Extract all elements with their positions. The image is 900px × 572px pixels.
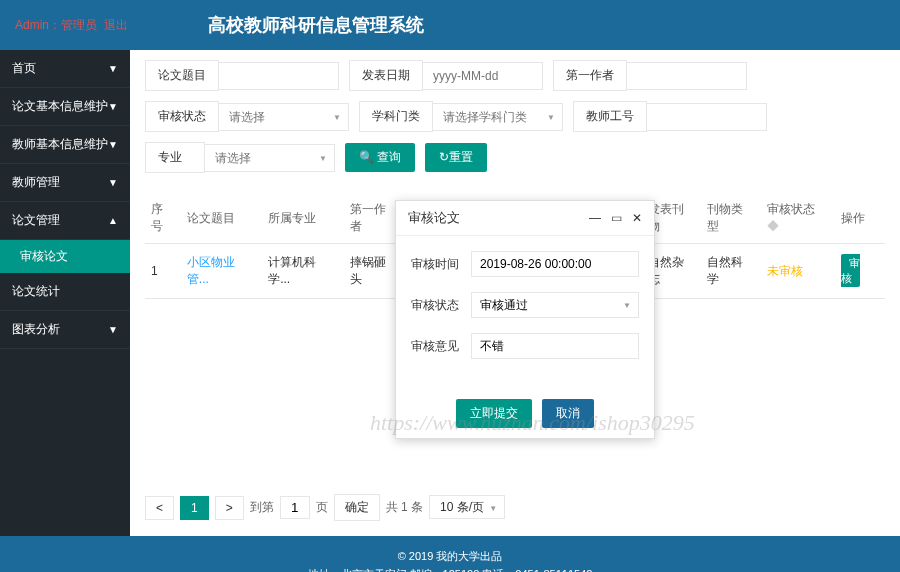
cell-major: 计算机科学... [262,244,343,299]
chevron-down-icon: ▼ [108,101,118,112]
th-journal-type: 刊物类型 [701,193,761,244]
modal-title: 审核论文 [408,209,460,227]
menu-chart-analysis[interactable]: 图表分析▼ [0,311,130,349]
title-input[interactable] [219,62,339,90]
teacher-id-label: 教师工号 [573,101,647,132]
app-title: 高校教师科研信息管理系统 [208,13,424,37]
admin-label: Admin：管理员 [15,18,97,32]
logout-link[interactable]: 退出 [104,18,128,32]
subject-label: 学科门类 [359,101,433,132]
page-unit: 页 [316,499,328,516]
chevron-down-icon: ▼ [108,139,118,150]
header: Admin：管理员 退出 高校教师科研信息管理系统 [0,0,900,50]
chevron-down-icon: ▼ [108,63,118,74]
page-input[interactable] [280,496,310,519]
audit-button[interactable]: 审核 [841,254,860,287]
refresh-icon: ↻ [439,150,449,164]
cell-seq: 1 [145,244,181,299]
admin-info: Admin：管理员 退出 [15,17,128,34]
menu-paper-mgmt[interactable]: 论文管理▲ [0,202,130,240]
th-title: 论文题目 [181,193,262,244]
major-select[interactable] [205,144,335,172]
menu-teacher-mgmt[interactable]: 教师管理▼ [0,164,130,202]
cell-status: 未审核 [767,264,803,278]
status-label: 审核状态 [145,101,219,132]
menu-paper-info[interactable]: 论文基本信息维护▼ [0,88,130,126]
total-info: 共 1 条 [386,499,423,516]
cancel-button[interactable]: 取消 [542,399,594,428]
submenu-audit-paper[interactable]: 审核论文 [0,240,130,273]
next-page[interactable]: > [215,496,244,520]
th-status[interactable]: 审核状态 ◆ [761,193,836,244]
status-select[interactable] [219,103,349,131]
minimize-icon[interactable]: — [589,211,601,225]
author-label: 第一作者 [553,60,627,91]
pagination: < 1 > 到第 页 确定 共 1 条 10 条/页 [130,479,900,536]
audit-status-select[interactable] [471,292,639,318]
menu-teacher-info[interactable]: 教师基本信息维护▼ [0,126,130,164]
title-label: 论文题目 [145,60,219,91]
footer-address: 地址：北京市天安门 邮编：125100 电话：0451-85111542 [12,566,888,572]
menu-home[interactable]: 首页▼ [0,50,130,88]
per-page-select[interactable]: 10 条/页 [429,495,505,519]
date-input[interactable] [423,62,543,90]
prev-page[interactable]: < [145,496,174,520]
chevron-down-icon: ▼ [108,177,118,188]
search-form: 论文题目 发表日期 第一作者 审核状态 学科门类 教师工号 专业 🔍 查询 ↻重… [130,50,900,193]
close-icon[interactable]: ✕ [632,211,642,225]
footer: © 2019 我的大学出品 地址：北京市天安门 邮编：125100 电话：045… [0,536,900,572]
maximize-icon[interactable]: ▭ [611,211,622,225]
th-major: 所属专业 [262,193,343,244]
audit-opinion-label: 审核意见 [411,338,471,355]
teacher-id-input[interactable] [647,103,767,131]
cell-title-link[interactable]: 小区物业管... [187,255,235,286]
menu-paper-stats[interactable]: 论文统计 [0,273,130,311]
th-seq: 序号 [145,193,181,244]
search-icon: 🔍 [359,150,374,164]
audit-status-label: 审核状态 [411,297,471,314]
audit-modal: 审核论文 — ▭ ✕ 审核时间 审核状态 审核意见 立即提交 取消 [395,200,655,439]
sidebar: 首页▼ 论文基本信息维护▼ 教师基本信息维护▼ 教师管理▼ 论文管理▲ 审核论文… [0,50,130,536]
major-label: 专业 [145,142,205,173]
query-button[interactable]: 🔍 查询 [345,143,415,172]
audit-opinion-input[interactable] [471,333,639,359]
date-label: 发表日期 [349,60,423,91]
footer-copyright: © 2019 我的大学出品 [12,548,888,566]
reset-button[interactable]: ↻重置 [425,143,487,172]
page-current[interactable]: 1 [180,496,209,520]
author-input[interactable] [627,62,747,90]
chevron-up-icon: ▲ [108,215,118,226]
submit-button[interactable]: 立即提交 [456,399,532,428]
chevron-down-icon: ▼ [108,324,118,335]
subject-select[interactable] [433,103,563,131]
audit-time-input[interactable] [471,251,639,277]
goto-confirm[interactable]: 确定 [334,494,380,521]
audit-time-label: 审核时间 [411,256,471,273]
cell-journal-type: 自然科学 [701,244,761,299]
th-action: 操作 [835,193,885,244]
goto-label: 到第 [250,499,274,516]
sort-icon: ◆ [767,219,779,233]
